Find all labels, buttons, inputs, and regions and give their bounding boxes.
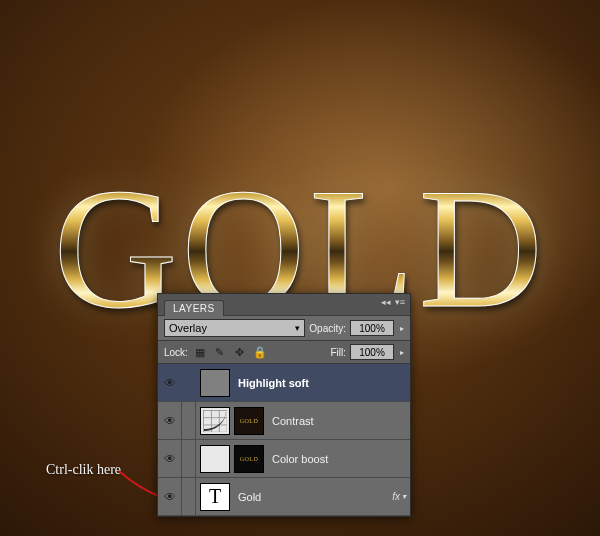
blend-mode-dropdown[interactable]: Overlay ▾ — [164, 319, 305, 337]
blend-mode-value: Overlay — [169, 322, 207, 334]
layer-link-col[interactable] — [182, 364, 196, 402]
chevron-down-icon: ▾ — [295, 323, 300, 333]
visibility-eye-icon[interactable]: 👁 — [158, 478, 182, 516]
blend-opacity-row: Overlay ▾ Opacity: 100% ▸ — [158, 316, 410, 341]
opacity-flyout-icon[interactable]: ▸ — [400, 324, 404, 333]
layer-row-highlight-soft[interactable]: 👁 Highlight soft — [158, 364, 410, 402]
layer-link-col[interactable] — [182, 440, 196, 478]
layer-row-contrast[interactable]: 👁 GOLD Contrast — [158, 402, 410, 440]
text-layer-thumbnail[interactable]: T — [200, 483, 230, 511]
lock-transparency-icon[interactable]: ▦ — [192, 344, 208, 360]
opacity-label: Opacity: — [309, 323, 346, 334]
chevron-down-icon: ▾ — [402, 492, 406, 501]
opacity-input[interactable]: 100% — [350, 320, 394, 336]
layer-name[interactable]: Gold — [234, 491, 388, 503]
layer-name[interactable]: Highlight soft — [234, 377, 410, 389]
adjustment-gradmap-thumbnail[interactable] — [200, 445, 230, 473]
layer-row-gold[interactable]: 👁 T Gold fx▾ — [158, 478, 410, 516]
fill-flyout-icon[interactable]: ▸ — [400, 348, 404, 357]
panel-collapse-icon[interactable]: ◂◂ — [380, 296, 392, 308]
panel-menu-icon[interactable]: ▾≡ — [394, 296, 406, 308]
tab-layers[interactable]: LAYERS — [164, 300, 224, 316]
layer-mask-thumbnail[interactable]: GOLD — [234, 445, 264, 473]
layer-link-col[interactable] — [182, 478, 196, 516]
fill-label: Fill: — [330, 347, 346, 358]
layers-panel: LAYERS ◂◂ ▾≡ Overlay ▾ Opacity: 100% ▸ L… — [157, 293, 411, 517]
layer-mask-thumbnail[interactable]: GOLD — [234, 407, 264, 435]
fill-input[interactable]: 100% — [350, 344, 394, 360]
panel-tabbar: LAYERS ◂◂ ▾≡ — [158, 294, 410, 316]
layer-name[interactable]: Color boost — [268, 453, 410, 465]
layer-row-color-boost[interactable]: 👁 GOLD Color boost — [158, 440, 410, 478]
visibility-eye-icon[interactable]: 👁 — [158, 440, 182, 478]
lock-pixels-icon[interactable]: ✎ — [212, 344, 228, 360]
layer-link-col[interactable] — [182, 402, 196, 440]
visibility-eye-icon[interactable]: 👁 — [158, 402, 182, 440]
lock-icons-group: ▦ ✎ ✥ 🔒 — [192, 344, 268, 360]
lock-all-icon[interactable]: 🔒 — [252, 344, 268, 360]
lock-fill-row: Lock: ▦ ✎ ✥ 🔒 Fill: 100% ▸ — [158, 341, 410, 364]
layer-name[interactable]: Contrast — [268, 415, 410, 427]
lock-position-icon[interactable]: ✥ — [232, 344, 248, 360]
adjustment-curves-thumbnail[interactable] — [200, 407, 230, 435]
annotation-label: Ctrl-clik here — [46, 462, 121, 478]
layer-fx-badge[interactable]: fx▾ — [388, 491, 410, 502]
visibility-eye-icon[interactable]: 👁 — [158, 364, 182, 402]
lock-label: Lock: — [164, 347, 188, 358]
layers-list: 👁 Highlight soft 👁 GOLD Contrast 👁 GOLD … — [158, 364, 410, 516]
layer-thumbnail[interactable] — [200, 369, 230, 397]
